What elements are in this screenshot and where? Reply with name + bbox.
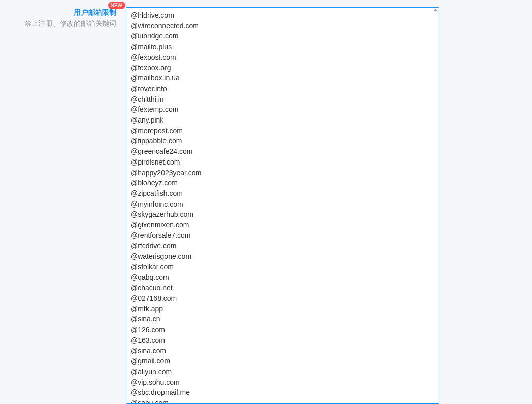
- form-row: 用户邮箱限制 NEW 禁止注册、修改的邮箱关键词: [0, 0, 532, 404]
- email-restriction-textarea[interactable]: [126, 7, 439, 404]
- label-column: 用户邮箱限制 NEW 禁止注册、修改的邮箱关键词: [0, 7, 126, 404]
- field-label-subtitle: 禁止注册、修改的邮箱关键词: [0, 18, 116, 28]
- new-badge: NEW: [108, 2, 125, 9]
- textarea-wrapper: [126, 7, 439, 404]
